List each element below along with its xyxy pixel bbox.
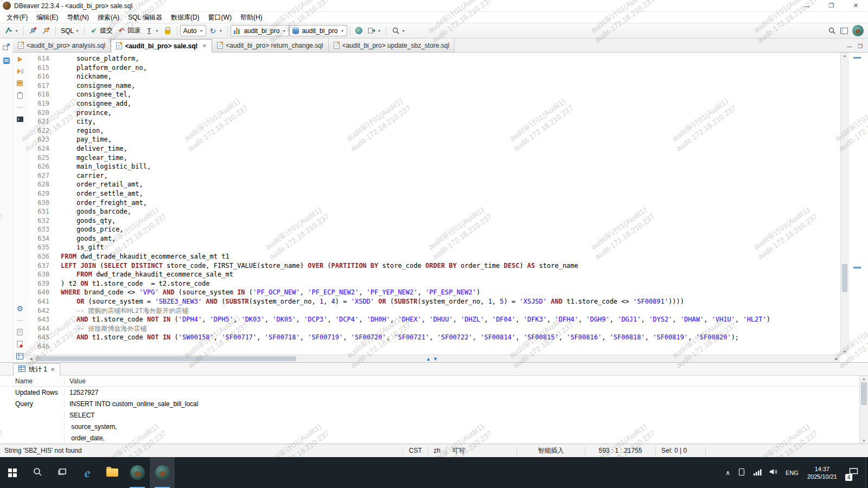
sql-dialect-button[interactable]: SQL ▼ (59, 25, 81, 37)
error-document-icon[interactable] (16, 340, 24, 348)
export-icon (367, 27, 375, 35)
output-console-icon[interactable] (16, 115, 24, 123)
commit-button[interactable]: ✔ 提交 (87, 25, 115, 37)
editor-tab[interactable]: <audit_bi_pro> sale.sql✕ (111, 39, 212, 53)
transaction-mode-combo[interactable]: Auto ▼ (180, 25, 207, 36)
transaction-log-button[interactable]: T ▼ (143, 25, 161, 37)
scroll-left-icon[interactable]: ◀ (27, 355, 35, 362)
status-selection: Sel: 0 | 0 (655, 446, 705, 455)
database-combo[interactable]: audit_bi_pro ▼ (231, 25, 289, 36)
minimize-panel-icon[interactable]: — (847, 43, 852, 49)
database-navigator-icon[interactable] (2, 56, 11, 65)
task-view-button[interactable] (50, 457, 75, 488)
autocommit-lock-button[interactable] (161, 25, 174, 37)
code-lines[interactable]: source_platform, platform_order_no, nick… (56, 53, 840, 362)
disconnect-button[interactable] (40, 25, 53, 37)
tray-device-button[interactable] (734, 457, 749, 488)
network-settings-button[interactable] (353, 25, 365, 37)
action-center-button[interactable]: 4 (842, 457, 865, 488)
disconnect-plug-icon (42, 27, 50, 35)
stats-tab[interactable]: 统计 1 ✕ (13, 363, 60, 376)
status-timezone: CST (403, 446, 427, 455)
search-button[interactable]: ▼ (389, 25, 407, 37)
menu-item-3[interactable]: 搜索(A) (93, 12, 124, 23)
overflow-dots-icon[interactable]: ⋯ (16, 316, 24, 324)
schema-combo[interactable]: audit_bi_pro ▼ (289, 25, 347, 36)
export-button[interactable]: ▼ (365, 25, 383, 37)
rollback-button[interactable]: ↶ 回滚 (115, 25, 143, 37)
menu-item-7[interactable]: 帮助(H) (236, 12, 267, 23)
editor-tab[interactable]: <audit_bi_pro> update_sbz_store.sql (329, 38, 455, 52)
sash-up-icon[interactable]: ▲ (426, 356, 431, 362)
editor-tab[interactable]: <audit_bi_pro> return_change.sql (212, 38, 328, 52)
network-signal-icon (753, 468, 762, 477)
tray-network-button[interactable] (749, 457, 765, 488)
menu-item-2[interactable]: 导航(N) (62, 12, 93, 23)
perspective-button[interactable] (838, 25, 850, 37)
window-maximize-button[interactable]: ❐ (819, 0, 844, 11)
execute-script-icon[interactable] (16, 67, 24, 75)
stats-row[interactable]: Updated Rows12527927 (0, 387, 868, 398)
stats-cell-value: INSERT INTO custom_online_sale_bill_loca… (64, 400, 868, 408)
taskbar-search-button[interactable] (25, 457, 50, 488)
window-close-button[interactable]: ✕ (844, 0, 868, 11)
window-minimize-button[interactable]: — (795, 0, 819, 11)
file-explorer-button[interactable] (100, 457, 125, 488)
menu-item-5[interactable]: 数据库(D) (167, 12, 204, 23)
scroll-up-icon[interactable]: ▲ (860, 377, 868, 381)
stats-row[interactable]: SELECT (0, 409, 868, 421)
show-desktop-button[interactable] (865, 457, 868, 488)
menu-item-0[interactable]: 文件(F) (2, 12, 32, 23)
stats-scroll-thumb[interactable] (861, 382, 867, 405)
start-button[interactable] (0, 457, 25, 488)
restore-view-icon[interactable] (2, 43, 11, 51)
stats-column-value[interactable]: Value (64, 377, 868, 385)
clipboard-icon[interactable] (16, 91, 24, 99)
vertical-scroll-thumb[interactable] (842, 264, 847, 292)
tab-close-icon[interactable]: ✕ (202, 43, 207, 49)
sash-down-icon[interactable]: ▼ (433, 356, 438, 362)
tray-expand-button[interactable]: ∧ (722, 457, 734, 488)
explain-plan-icon[interactable] (16, 79, 24, 87)
maximize-panel-icon[interactable]: ❐ (858, 43, 863, 49)
quick-access-search-button[interactable] (825, 25, 838, 37)
stats-tab-close-icon[interactable]: ✕ (50, 367, 55, 373)
internet-explorer-button[interactable]: e (75, 457, 100, 488)
overflow-dots-icon[interactable]: ⋯ (16, 103, 24, 111)
dbeaver-taskbar-button-active[interactable] (150, 457, 175, 488)
grid-view-icon[interactable] (16, 352, 24, 360)
connect-button[interactable] (27, 25, 40, 37)
line-number: 631 (27, 207, 49, 216)
line-number: 643 (27, 315, 49, 324)
scroll-right-icon[interactable]: ▶ (833, 355, 840, 362)
editor-vertical-scrollbar[interactable]: ▲ ▼ (840, 53, 848, 355)
dbeaver-perspective-button[interactable] (850, 25, 866, 37)
scroll-up-icon[interactable]: ▲ (841, 54, 848, 57)
editor-tab[interactable]: <audit_bi_pro> analysis.sql (13, 38, 111, 52)
stats-row[interactable]: source_system, (0, 421, 868, 432)
stats-row[interactable]: order_date, (0, 432, 868, 444)
execute-statement-icon[interactable] (16, 55, 24, 63)
dbeaver-taskbar-button[interactable] (125, 457, 150, 488)
stats-column-name[interactable]: Name (0, 377, 64, 385)
horizontal-scroll-thumb[interactable] (36, 356, 296, 361)
splitter-collapse-control[interactable]: ▲ ▼ (426, 356, 438, 362)
sql-editor[interactable]: 6146156166176186196206216226236246256266… (27, 53, 868, 362)
new-sql-editor-button[interactable]: ▼ (2, 25, 21, 37)
settings-gear-icon[interactable]: ⚙ (16, 304, 24, 312)
stats-row[interactable]: QueryINSERT INTO custom_online_sale_bill… (0, 398, 868, 409)
tray-volume-button[interactable] (765, 457, 782, 488)
log-document-icon[interactable] (16, 328, 24, 336)
menu-item-6[interactable]: 窗口(W) (204, 12, 236, 23)
scroll-down-icon[interactable]: ▼ (860, 439, 868, 442)
status-caret-position[interactable]: 593 : 1 : 21755 (585, 446, 655, 455)
scroll-down-icon[interactable]: ▼ (841, 350, 848, 354)
tray-clock[interactable]: 14:37 2025/10/21 (802, 457, 842, 488)
tray-input-language[interactable]: ENG (782, 457, 802, 488)
stats-vertical-scrollbar[interactable]: ▲ ▼ (859, 376, 868, 444)
status-insert-mode[interactable]: 智能插入 (516, 446, 585, 455)
line-number: 636 (27, 252, 49, 261)
refresh-button[interactable]: ↻ ▼ (206, 25, 225, 37)
menu-item-1[interactable]: 编辑(E) (32, 12, 62, 23)
menu-item-4[interactable]: SQL 编辑器 (124, 12, 167, 23)
